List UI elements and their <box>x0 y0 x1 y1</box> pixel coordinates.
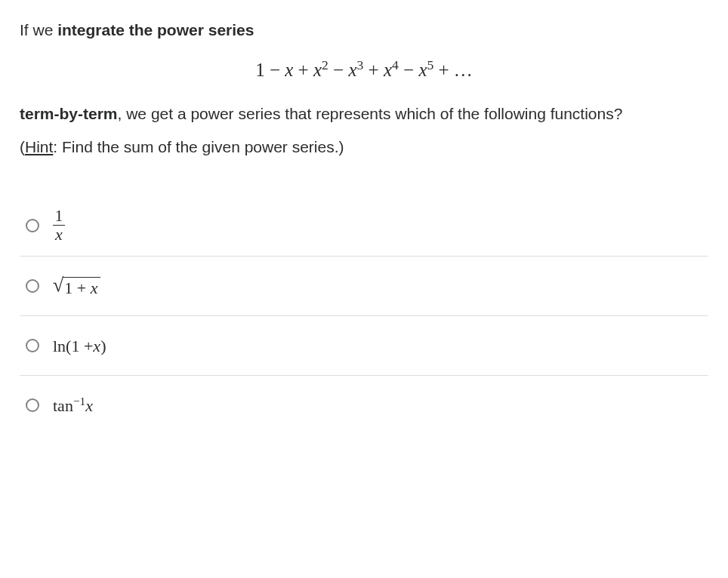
opt-arctan-x[interactable]: tan−1x <box>20 376 708 435</box>
radio-icon[interactable] <box>26 279 39 293</box>
opt-1-over-x[interactable]: 1x <box>20 195 708 257</box>
opt-sqrt-1-plus-x[interactable]: √1 + x <box>20 257 708 316</box>
radio-icon[interactable] <box>26 339 39 352</box>
intro-pre: If we <box>20 21 57 38</box>
hint-text: : Find the sum of the given power series… <box>53 138 344 155</box>
hint-label: Hint <box>25 138 53 155</box>
options-list: 1x√1 + xln(1 + x)tan−1x <box>20 195 708 435</box>
radio-icon[interactable] <box>26 219 39 232</box>
option-label: 1x <box>53 207 65 244</box>
radio-icon[interactable] <box>26 398 39 412</box>
option-label: √1 + x <box>53 274 100 298</box>
question-stem-2: term-by-term, we get a power series that… <box>20 102 708 126</box>
opt-ln-1-plus-x[interactable]: ln(1 + x) <box>20 316 708 376</box>
hint-line: (Hint: Find the sum of the given power s… <box>20 135 708 159</box>
intro-bold: integrate the power series <box>57 21 254 38</box>
intro2-post: , we get a power series that represents … <box>118 105 623 122</box>
option-label: ln(1 + x) <box>53 334 106 358</box>
power-series-formula: 1 − x + x2 − x3 + x4 − x5 + … <box>20 56 708 85</box>
option-label: tan−1x <box>53 393 93 418</box>
question-stem: If we integrate the power series <box>20 18 708 42</box>
term-by-term: term-by-term <box>20 105 118 122</box>
